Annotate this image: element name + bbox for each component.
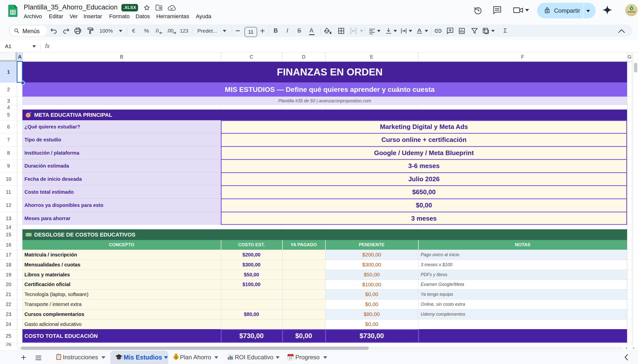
svg-text:17: 17	[289, 357, 292, 360]
svg-text:$: $	[175, 356, 177, 359]
svg-text:$: $	[28, 234, 29, 236]
svg-text:$: $	[631, 7, 632, 10]
